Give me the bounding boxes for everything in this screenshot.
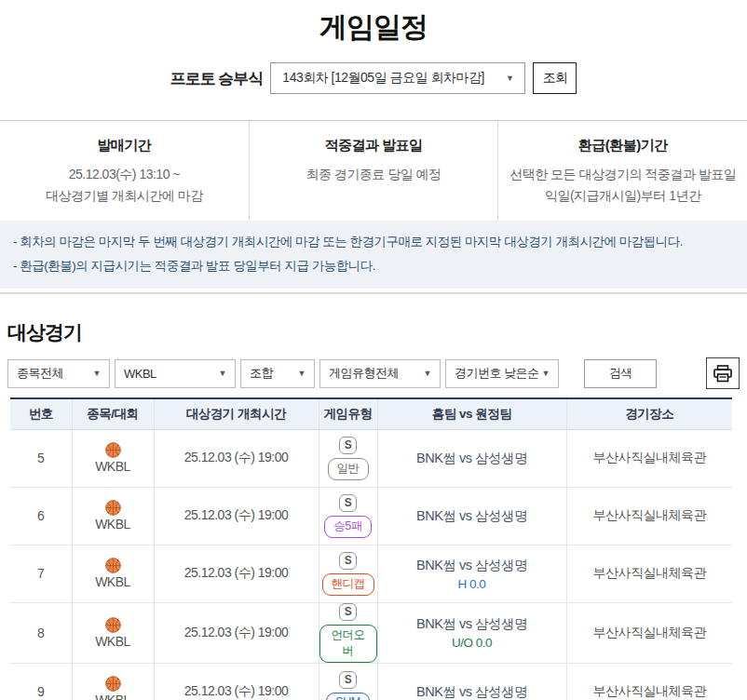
teams-cell: BNK썸 vs 삼성생명 [377,429,566,487]
league-name: WKBL [73,459,154,474]
game-number: 9 [10,663,72,700]
single-game-icon: S [339,494,357,512]
game-time: 25.12.03 (수) 19:00 [154,487,319,545]
league-cell: WKBL [72,602,154,663]
target-games-title: 대상경기 [7,319,747,345]
game-type-badge: 승5패 [324,516,371,538]
proto-label: 프로토 승부식 [170,68,264,89]
venue: 부산사직실내체육관 [566,545,732,602]
info-title: 발매기간 [0,137,249,155]
sport-filter-value: 종목전체 [17,365,63,382]
game-type-cell: S 일반 [319,429,377,487]
basketball-icon [105,558,121,573]
round-select[interactable]: 143회차 [12월05일 금요일 회차마감] ▼ [270,62,525,94]
chevron-down-icon: ▼ [93,369,101,378]
chevron-down-icon: ▼ [298,369,306,378]
notice-line: - 환급(환불)의 지급시기는 적중결과 발표 당일부터 지급 가능합니다. [13,254,734,278]
basketball-icon [105,442,121,458]
info-line: 선택한 모든 대상경기의 적중결과 발표일 [498,164,747,185]
basketball-icon [105,500,121,516]
league-filter-select[interactable]: WKBL ▼ [115,359,236,388]
basketball-icon [105,617,121,633]
game-type-filter-value: 게임유형전체 [329,365,399,382]
games-table-header: 번호 종목/대회 대상경기 개최시간 게임유형 홈팀 vs 원정팀 경기장소 [10,398,732,429]
games-table: 번호 종목/대회 대상경기 개최시간 게임유형 홈팀 vs 원정팀 경기장소 5… [10,397,732,700]
combo-filter-select[interactable]: 조합 ▼ [240,359,315,388]
table-row: 8 WKBL 25.12.03 (수) 19:00 S 언더오버 BNK썸 vs… [10,602,732,663]
handicap-value: H 0.0 [378,577,566,591]
table-row: 6 WKBL 25.12.03 (수) 19:00 S 승5패 BNK썸 vs … [10,487,732,545]
inquiry-button[interactable]: 조회 [533,62,577,94]
teams: BNK썸 vs 삼성생명 [378,507,566,525]
filter-bar: 종목전체 ▼ WKBL ▼ 조합 ▼ 게임유형전체 ▼ 경기번호 낮은순 ▼ 검… [7,357,740,389]
handicap-value: U/O 0.0 [378,636,566,650]
col-header-venue: 경기장소 [566,398,732,429]
notice-line: - 회차의 마감은 마지막 두 번째 대상경기 개최시간에 마감 또는 한경기구… [13,230,734,254]
info-line: 대상경기별 개최시간에 마감 [0,185,249,207]
single-game-icon: S [339,603,357,621]
game-type-badge: 언더오버 [319,625,377,663]
info-col-refund-period: 환급(환불)기간 선택한 모든 대상경기의 적중결과 발표일 익일(지급개시일)… [497,121,747,221]
table-row: 7 WKBL 25.12.03 (수) 19:00 S 핸디캡 BNK썸 vs … [10,545,732,602]
game-type-filter-select[interactable]: 게임유형전체 ▼ [319,359,441,388]
chevron-down-icon: ▼ [219,369,226,378]
teams: BNK썸 vs 삼성생명 [378,683,566,700]
game-number: 8 [10,602,72,663]
league-name: WKBL [73,693,154,700]
teams-cell: BNK썸 vs 삼성생명 [377,663,566,700]
teams: BNK썸 vs 삼성생명 [378,615,566,633]
game-time: 25.12.03 (수) 19:00 [154,663,319,700]
game-type-badge: 일반 [328,458,369,480]
league-cell: WKBL [72,545,154,602]
teams-cell: BNK썸 vs 삼성생명 H 0.0 [377,545,566,602]
teams-cell: BNK썸 vs 삼성생명 U/O 0.0 [377,602,566,663]
single-game-icon: S [339,552,357,570]
info-line: 최종 경기종료 당일 예정 [250,164,498,185]
single-game-icon: S [339,671,357,689]
game-number: 7 [10,545,72,602]
printer-icon [713,365,732,383]
print-button[interactable] [706,357,740,389]
col-header-teams: 홈팀 vs 원정팀 [377,398,566,429]
game-schedule-page: 게임일정 프로토 승부식 143회차 [12월05일 금요일 회차마감] ▼ 조… [0,0,747,700]
col-header-time: 대상경기 개최시간 [154,398,319,429]
game-time: 25.12.03 (수) 19:00 [154,545,319,602]
game-type-cell: S 승5패 [319,487,377,545]
info-title: 환급(환불)기간 [498,137,747,155]
basketball-icon [105,676,121,692]
venue: 부산사직실내체육관 [566,487,732,545]
page-title: 게임일정 [0,0,747,47]
sale-info-section: 발매기간 25.12.03(수) 13:10 ~ 대상경기별 개최시간에 마감 … [0,120,747,221]
game-number: 6 [10,487,72,545]
sport-filter-select[interactable]: 종목전체 ▼ [7,359,110,388]
venue: 부산사직실내체육관 [566,429,732,487]
info-col-result-date: 적중결과 발표일 최종 경기종료 당일 예정 [249,121,498,221]
col-header-league: 종목/대회 [72,398,154,429]
game-type-badge: 핸디캡 [322,573,374,596]
chevron-down-icon: ▼ [542,369,550,378]
notice-box: - 회차의 마감은 마지막 두 번째 대상경기 개최시간에 마감 또는 한경기구… [0,221,747,289]
teams: BNK썸 vs 삼성생명 [378,557,566,574]
chevron-down-icon: ▼ [506,74,513,83]
single-game-icon: S [339,437,357,454]
teams: BNK썸 vs 삼성생명 [378,450,566,467]
game-number: 5 [10,429,72,487]
venue: 부산사직실내체육관 [566,602,732,663]
combo-filter-value: 조합 [250,365,273,382]
sort-filter-select[interactable]: 경기번호 낮은순 ▼ [445,359,559,388]
game-type-cell: S 언더오버 [319,602,377,663]
league-cell: WKBL [72,487,154,545]
col-header-type: 게임유형 [319,398,377,429]
game-type-cell: S 핸디캡 [319,545,377,602]
search-button[interactable]: 검색 [584,359,657,388]
info-line: 익일(지급개시일)부터 1년간 [498,185,747,207]
table-row: 9 WKBL 25.12.03 (수) 19:00 S SUM BNK썸 vs … [10,663,732,700]
chevron-down-icon: ▼ [424,369,431,378]
league-cell: WKBL [72,663,154,700]
league-name: WKBL [73,517,154,532]
table-row: 5 WKBL 25.12.03 (수) 19:00 S 일반 BNK썸 vs 삼… [10,429,732,487]
league-cell: WKBL [72,429,154,487]
game-time: 25.12.03 (수) 19:00 [154,429,319,487]
sort-filter-value: 경기번호 낮은순 [455,365,539,382]
league-name: WKBL [73,634,154,649]
